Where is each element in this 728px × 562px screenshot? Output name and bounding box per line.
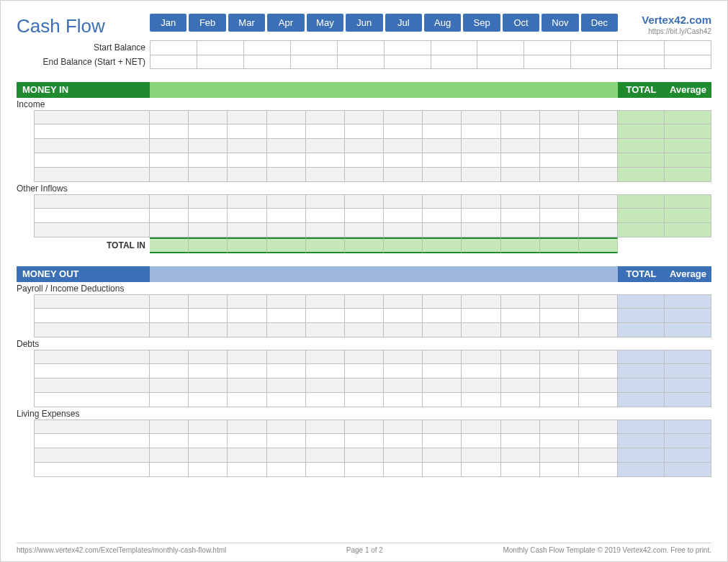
data-cell[interactable] xyxy=(540,463,579,477)
data-cell[interactable] xyxy=(462,393,500,407)
data-cell[interactable] xyxy=(501,168,540,182)
data-cell[interactable] xyxy=(384,364,423,379)
data-cell[interactable] xyxy=(462,294,500,309)
data-cell[interactable] xyxy=(423,153,462,168)
data-cell[interactable] xyxy=(306,194,345,209)
data-cell[interactable] xyxy=(345,294,384,309)
data-cell[interactable] xyxy=(579,379,618,393)
data-cell[interactable] xyxy=(150,420,189,434)
data-cell[interactable] xyxy=(384,194,423,209)
data-cell[interactable] xyxy=(423,463,462,477)
data-cell[interactable] xyxy=(267,168,306,182)
data-cell[interactable] xyxy=(267,223,306,237)
row-name-cell[interactable] xyxy=(34,463,150,477)
data-cell[interactable] xyxy=(423,168,462,182)
data-cell[interactable] xyxy=(189,209,228,223)
data-cell[interactable] xyxy=(462,463,500,477)
data-cell[interactable] xyxy=(189,350,228,364)
data-cell[interactable] xyxy=(345,364,384,379)
data-cell[interactable] xyxy=(540,448,579,463)
month-button-sep[interactable]: Sep xyxy=(463,14,500,32)
data-cell[interactable] xyxy=(462,110,500,124)
balance-cell[interactable] xyxy=(524,40,571,55)
data-cell[interactable] xyxy=(228,110,266,124)
data-cell[interactable] xyxy=(150,434,189,448)
data-cell[interactable] xyxy=(384,124,423,139)
data-cell[interactable] xyxy=(150,379,189,393)
data-cell[interactable] xyxy=(150,323,189,337)
data-cell[interactable] xyxy=(267,194,306,209)
data-cell[interactable] xyxy=(540,393,579,407)
data-cell[interactable] xyxy=(384,379,423,393)
data-cell[interactable] xyxy=(345,223,384,237)
data-cell[interactable] xyxy=(384,153,423,168)
data-cell[interactable] xyxy=(306,294,345,309)
data-cell[interactable] xyxy=(189,309,228,323)
data-cell[interactable] xyxy=(384,209,423,223)
row-name-cell[interactable] xyxy=(34,434,150,448)
data-cell[interactable] xyxy=(189,364,228,379)
balance-cell[interactable] xyxy=(385,40,431,55)
data-cell[interactable] xyxy=(306,110,345,124)
balance-cell[interactable] xyxy=(618,40,665,55)
data-cell[interactable] xyxy=(267,364,306,379)
data-cell[interactable] xyxy=(540,223,579,237)
data-cell[interactable] xyxy=(150,448,189,463)
data-cell[interactable] xyxy=(306,420,345,434)
data-cell[interactable] xyxy=(384,448,423,463)
month-button-may[interactable]: May xyxy=(307,14,343,32)
data-cell[interactable] xyxy=(501,153,540,168)
data-cell[interactable] xyxy=(306,364,345,379)
data-cell[interactable] xyxy=(423,323,462,337)
data-cell[interactable] xyxy=(228,223,266,237)
data-cell[interactable] xyxy=(423,110,462,124)
data-cell[interactable] xyxy=(150,309,189,323)
footer-left[interactable]: https://www.vertex42.com/ExcelTemplates/… xyxy=(17,546,226,554)
data-cell[interactable] xyxy=(150,364,189,379)
data-cell[interactable] xyxy=(423,194,462,209)
data-cell[interactable] xyxy=(228,209,266,223)
data-cell[interactable] xyxy=(345,309,384,323)
data-cell[interactable] xyxy=(189,110,228,124)
data-cell[interactable] xyxy=(501,434,540,448)
data-cell[interactable] xyxy=(345,379,384,393)
data-cell[interactable] xyxy=(267,139,306,153)
row-name-cell[interactable] xyxy=(34,350,150,364)
month-button-aug[interactable]: Aug xyxy=(424,14,461,32)
data-cell[interactable] xyxy=(384,309,423,323)
data-cell[interactable] xyxy=(267,323,306,337)
balance-cell[interactable] xyxy=(571,40,618,55)
data-cell[interactable] xyxy=(423,434,462,448)
data-cell[interactable] xyxy=(228,420,266,434)
data-cell[interactable] xyxy=(345,420,384,434)
data-cell[interactable] xyxy=(345,194,384,209)
data-cell[interactable] xyxy=(267,110,306,124)
balance-cell[interactable] xyxy=(665,55,711,69)
data-cell[interactable] xyxy=(462,350,500,364)
data-cell[interactable] xyxy=(462,209,500,223)
data-cell[interactable] xyxy=(267,448,306,463)
data-cell[interactable] xyxy=(306,124,345,139)
data-cell[interactable] xyxy=(267,393,306,407)
data-cell[interactable] xyxy=(189,379,228,393)
data-cell[interactable] xyxy=(462,364,500,379)
data-cell[interactable] xyxy=(540,379,579,393)
data-cell[interactable] xyxy=(345,463,384,477)
data-cell[interactable] xyxy=(579,420,618,434)
data-cell[interactable] xyxy=(345,168,384,182)
data-cell[interactable] xyxy=(306,223,345,237)
data-cell[interactable] xyxy=(267,124,306,139)
data-cell[interactable] xyxy=(306,434,345,448)
data-cell[interactable] xyxy=(306,379,345,393)
data-cell[interactable] xyxy=(150,393,189,407)
brand-url[interactable]: https://bit.ly/Cash42 xyxy=(624,27,711,35)
row-name-cell[interactable] xyxy=(34,124,150,139)
data-cell[interactable] xyxy=(501,309,540,323)
row-name-cell[interactable] xyxy=(34,194,150,209)
data-cell[interactable] xyxy=(228,463,266,477)
data-cell[interactable] xyxy=(150,223,189,237)
data-cell[interactable] xyxy=(423,448,462,463)
data-cell[interactable] xyxy=(462,194,500,209)
month-button-jul[interactable]: Jul xyxy=(385,14,422,32)
data-cell[interactable] xyxy=(462,124,500,139)
